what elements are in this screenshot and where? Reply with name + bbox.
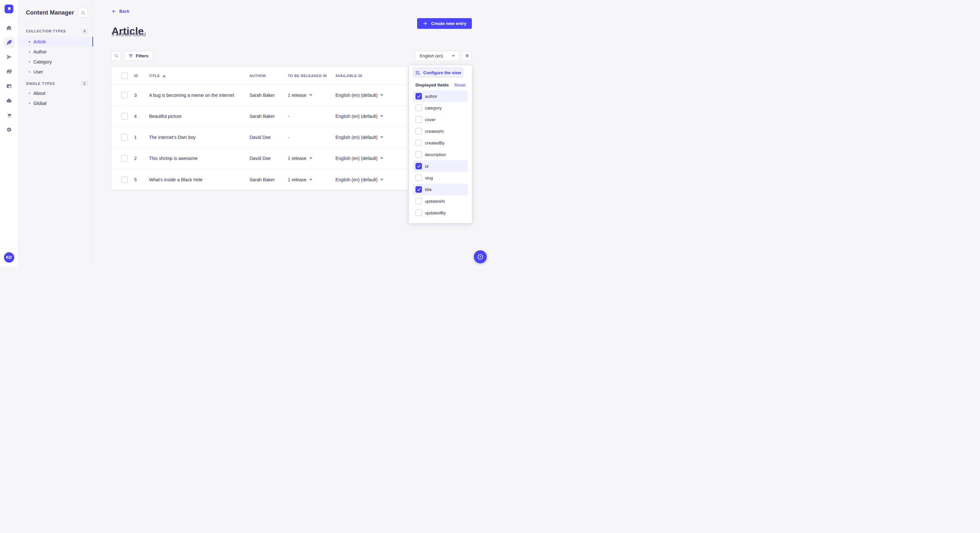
column-header-author[interactable]: AUTHOR	[250, 74, 266, 78]
cell-release: -	[288, 135, 290, 140]
cell-available-in: English (en) (default)	[336, 135, 383, 140]
sidebar-item-article[interactable]: Article	[18, 36, 93, 47]
column-header-to-be-released-in[interactable]: TO BE RELEASED IN	[288, 74, 327, 78]
column-header-available-in[interactable]: AVAILABLE IN	[336, 74, 362, 78]
row-checkbox[interactable]	[121, 134, 128, 141]
locale-dropdown-caret-icon[interactable]	[380, 179, 383, 181]
table-row[interactable]: 3 A bug is becoming a meme on the intern…	[111, 85, 408, 106]
media-library-images-icon[interactable]	[3, 66, 14, 77]
column-header-id[interactable]: ID	[134, 74, 138, 78]
field-checkbox[interactable]	[415, 128, 422, 134]
cell-id: 5	[134, 177, 137, 182]
cell-author: Sarah Baker	[250, 177, 275, 182]
cell-available-in: English (en) (default)	[336, 93, 383, 98]
release-dropdown-caret-icon[interactable]	[309, 157, 312, 159]
row-checkbox[interactable]	[121, 176, 128, 183]
help-button[interactable]: ?	[474, 250, 487, 263]
plus-icon	[423, 21, 428, 26]
displayed-fields-list: author category cover createdAt createdB…	[413, 90, 468, 219]
cell-title: This shrimp is awesome	[149, 156, 198, 161]
configure-the-view-button[interactable]: Configure the view	[413, 67, 463, 78]
table-header-row: ID TITLE AUTHOR TO BE RELEASED IN AVAILA…	[111, 67, 408, 85]
column-header-title[interactable]: TITLE	[149, 74, 166, 78]
locale-dropdown-caret-icon[interactable]	[380, 157, 383, 159]
cloud-icon[interactable]	[3, 95, 14, 106]
configure-view-popover: Configure the view Displayed fields Rese…	[409, 65, 472, 223]
cell-author: David Doe	[250, 135, 270, 140]
displayed-field-row[interactable]: id	[413, 160, 468, 172]
field-checkbox[interactable]	[415, 209, 422, 216]
sidebar-item-global[interactable]: Global	[18, 98, 93, 108]
content-manager-feather-icon[interactable]	[3, 37, 14, 48]
sidebar-item-user[interactable]: User	[18, 67, 93, 77]
marketplace-cart-icon[interactable]	[3, 110, 14, 121]
displayed-field-row[interactable]: updatedAt	[413, 195, 468, 207]
locale-dropdown-caret-icon[interactable]	[380, 115, 383, 117]
sidebar-item-author[interactable]: Author	[18, 47, 93, 57]
content-type-builder-layout-icon[interactable]	[3, 81, 14, 92]
field-checkbox[interactable]	[415, 151, 422, 158]
sidebar-item-category[interactable]: Category	[18, 57, 93, 67]
sidebar-item-about[interactable]: About	[18, 88, 93, 98]
main-content: Back Article 5 entries found Create new …	[93, 0, 490, 266]
check-icon	[417, 164, 421, 168]
row-checkbox[interactable]	[121, 113, 128, 119]
displayed-field-row[interactable]: cover	[413, 114, 468, 125]
locale-dropdown-caret-icon[interactable]	[380, 94, 383, 96]
release-dropdown-caret-icon[interactable]	[309, 179, 312, 181]
strapi-logo-icon[interactable]	[5, 5, 13, 13]
select-all-checkbox[interactable]	[121, 73, 128, 79]
check-icon	[417, 187, 421, 192]
cell-available-in: English (en) (default)	[336, 177, 383, 182]
svg-text:?: ?	[479, 255, 481, 259]
table-row[interactable]: 4 Beautiful picture Sarah Baker - Englis…	[111, 106, 408, 127]
field-checkbox[interactable]	[415, 186, 422, 193]
back-link[interactable]: Back	[111, 9, 129, 14]
field-checkbox[interactable]	[415, 174, 422, 181]
create-new-entry-button[interactable]: Create new entry	[417, 18, 472, 29]
table-row[interactable]: 1 The internet's Own boy David Doe - Eng…	[111, 127, 408, 148]
filter-icon	[128, 54, 133, 58]
bullet-icon	[29, 71, 30, 73]
collection-types-heading: COLLECTION TYPES	[26, 29, 66, 33]
displayed-field-row[interactable]: title	[413, 184, 468, 195]
field-checkbox[interactable]	[415, 93, 422, 99]
release-dropdown-caret-icon[interactable]	[309, 94, 312, 96]
row-checkbox[interactable]	[121, 92, 128, 98]
field-checkbox[interactable]	[415, 116, 422, 123]
table-search-button[interactable]	[111, 51, 121, 61]
user-avatar[interactable]: KD	[4, 252, 14, 263]
locale-dropdown-caret-icon[interactable]	[380, 136, 383, 138]
displayed-field-row[interactable]: description	[413, 149, 468, 160]
content-manager-sidebar: Content Manager COLLECTION TYPES 4 Artic…	[18, 0, 93, 266]
sidebar-divider	[26, 22, 34, 23]
sort-ascending-icon	[162, 75, 166, 77]
table-row[interactable]: 2 This shrimp is awesome David Doe 1 rel…	[111, 148, 408, 169]
displayed-field-row[interactable]: updatedBy	[413, 207, 468, 219]
filters-button[interactable]: Filters	[124, 51, 153, 61]
field-checkbox[interactable]	[415, 198, 422, 204]
home-icon[interactable]	[3, 22, 14, 33]
table-row[interactable]: 5 What's inside a Black Hole Sarah Baker…	[111, 169, 408, 190]
back-arrow-icon	[111, 9, 117, 14]
settings-gear-icon[interactable]	[3, 124, 14, 135]
cell-id: 1	[134, 135, 137, 140]
field-checkbox[interactable]	[415, 163, 422, 169]
view-settings-gear-button[interactable]	[462, 51, 472, 61]
displayed-field-row[interactable]: slug	[413, 172, 468, 184]
cell-author: David Doe	[250, 156, 270, 161]
field-checkbox[interactable]	[415, 105, 422, 111]
single-types-heading: SINGLE TYPES	[26, 82, 55, 86]
locale-select[interactable]: English (en)	[415, 51, 460, 61]
sidebar-search-button[interactable]	[78, 8, 88, 17]
field-checkbox[interactable]	[415, 140, 422, 146]
list-settings-icon	[415, 70, 420, 75]
displayed-field-row[interactable]: createdAt	[413, 125, 468, 137]
releases-paper-plane-icon[interactable]	[3, 51, 14, 62]
bullet-icon	[29, 61, 30, 62]
row-checkbox[interactable]	[121, 155, 128, 162]
displayed-field-row[interactable]: createdBy	[413, 137, 468, 149]
reset-link[interactable]: Reset	[454, 82, 465, 87]
displayed-field-row[interactable]: author	[413, 90, 468, 102]
displayed-field-row[interactable]: category	[413, 102, 468, 114]
